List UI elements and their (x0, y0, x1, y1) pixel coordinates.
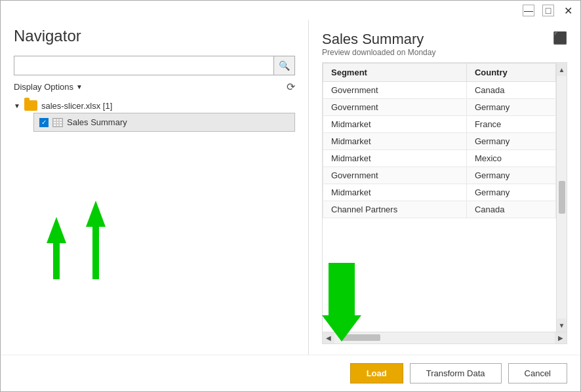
scroll-up-button[interactable]: ▲ (557, 63, 567, 76)
table-cell: France (466, 116, 555, 133)
tree-file-label: sales-slicer.xlsx [1] (41, 101, 112, 111)
table-row: GovernmentGermany (323, 167, 556, 184)
vertical-scrollbar[interactable]: ▲ ▼ (556, 63, 567, 332)
table-cell: Canada (466, 201, 555, 218)
table-cell: Midmarket (323, 184, 467, 201)
right-panel: Sales Summary Preview downloaded on Mond… (309, 20, 580, 355)
navigator-window: — □ ✕ Navigator 🔍 Display Options ▼ ⟳ (0, 0, 581, 392)
table-row: MidmarketFrance (323, 116, 556, 133)
checkbox-checked-icon[interactable]: ✓ (39, 118, 49, 127)
refresh-button[interactable]: ⟳ (287, 81, 295, 93)
table-cell: Midmarket (323, 133, 467, 150)
table-cell: Government (323, 167, 467, 184)
search-button[interactable]: 🔍 (273, 56, 294, 75)
table-cell: Mexico (466, 150, 555, 167)
table-row: MidmarketMexico (323, 150, 556, 167)
table-row: MidmarketGermany (323, 184, 556, 201)
display-options-button[interactable]: Display Options ▼ (14, 82, 83, 92)
table-cell: Midmarket (323, 116, 467, 133)
preview-export-button[interactable]: ⬛ (553, 31, 567, 45)
preview-subtitle: Preview downloaded on Monday (322, 48, 435, 57)
table-row: MidmarketGermany (323, 133, 556, 150)
table-cell: Canada (466, 82, 555, 99)
main-content: Navigator 🔍 Display Options ▼ ⟳ ▼ (1, 20, 580, 355)
transform-data-button[interactable]: Transform Data (410, 363, 502, 383)
left-panel: Navigator 🔍 Display Options ▼ ⟳ ▼ (1, 20, 309, 355)
table-cell: Germany (466, 184, 555, 201)
preview-header: Sales Summary Preview downloaded on Mond… (322, 31, 567, 57)
tree-table-item[interactable]: ✓ Sales Summary (33, 113, 295, 132)
table-row: Channel PartnersCanada (323, 201, 556, 218)
table-cell: Government (323, 99, 467, 116)
folder-icon (24, 100, 37, 111)
table-cell: Germany (466, 167, 555, 184)
display-options-label: Display Options (14, 82, 73, 92)
search-bar: 🔍 (14, 56, 295, 75)
scroll-left-button[interactable]: ◀ (323, 332, 334, 343)
scroll-track-horizontal (334, 332, 555, 343)
table-header-segment: Segment (323, 64, 467, 82)
table-cell: Government (323, 82, 467, 99)
table-icon (52, 118, 63, 127)
close-button[interactable]: ✕ (562, 5, 574, 16)
cancel-button[interactable]: Cancel (508, 363, 567, 383)
tree-view: ▼ sales-slicer.xlsx [1] ✓ (14, 98, 295, 348)
display-options-row: Display Options ▼ ⟳ (14, 81, 295, 93)
tree-item-label: Sales Summary (67, 117, 127, 127)
load-button[interactable]: Load (350, 363, 403, 383)
data-table: Segment Country GovernmentCanadaGovernme… (323, 63, 556, 218)
preview-title-block: Sales Summary Preview downloaded on Mond… (322, 31, 435, 57)
table-row: GovernmentCanada (323, 82, 556, 99)
scroll-thumb-horizontal[interactable] (341, 334, 380, 341)
maximize-button[interactable]: □ (542, 5, 554, 16)
scroll-thumb-vertical[interactable] (559, 181, 565, 214)
preview-title: Sales Summary (322, 31, 435, 48)
minimize-button[interactable]: — (523, 5, 534, 16)
horizontal-scrollbar[interactable]: ◀ ▶ (323, 332, 567, 343)
table-cell: Germany (466, 99, 555, 116)
table-header-country: Country (466, 64, 555, 82)
table-cell: Midmarket (323, 150, 467, 167)
search-input[interactable] (14, 58, 273, 74)
titlebar: — □ ✕ (1, 1, 580, 20)
navigator-title: Navigator (14, 27, 295, 45)
chevron-down-icon: ▼ (76, 83, 83, 90)
scroll-down-button[interactable]: ▼ (557, 319, 567, 332)
scroll-right-button[interactable]: ▶ (555, 332, 567, 343)
tree-file-node[interactable]: ▼ sales-slicer.xlsx [1] (14, 98, 295, 113)
table-cell: Channel Partners (323, 201, 467, 218)
tree-collapse-icon: ▼ (14, 102, 20, 109)
table-cell: Germany (466, 133, 555, 150)
bottom-bar: Load Transform Data Cancel (1, 355, 580, 391)
table-row: GovernmentGermany (323, 99, 556, 116)
